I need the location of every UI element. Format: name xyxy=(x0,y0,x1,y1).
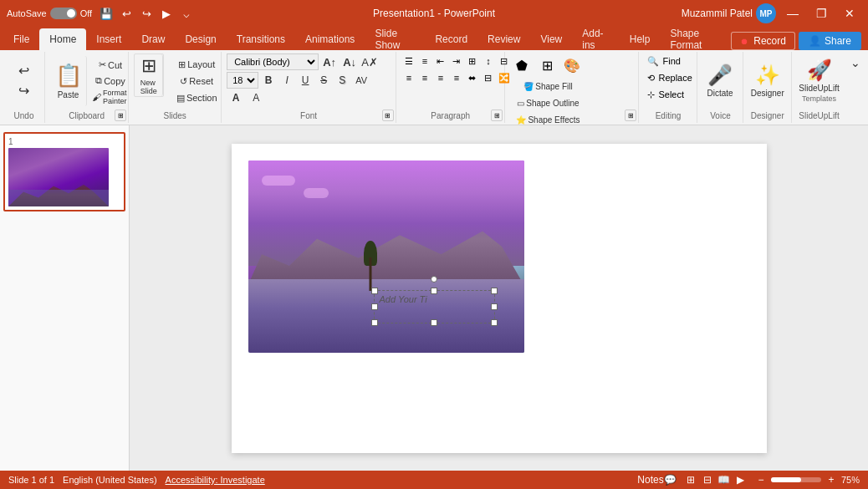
handle-mr[interactable] xyxy=(491,303,498,310)
clipboard-expand[interactable]: ⊞ xyxy=(115,110,126,121)
highlight-button[interactable]: A xyxy=(247,90,265,105)
tab-view[interactable]: View xyxy=(530,28,572,50)
user-avatar[interactable]: MP xyxy=(756,3,776,23)
reading-view-button[interactable]: 📖 xyxy=(717,473,731,486)
slideuplift-button[interactable]: 🚀 SlideUpLift Templates xyxy=(797,56,841,106)
copy-button[interactable]: ⧉ Copy xyxy=(89,74,132,89)
new-slide-button[interactable]: ⊞ NewSlide xyxy=(135,54,163,96)
select-button[interactable]: ⊹ Select xyxy=(644,87,687,102)
normal-view-button[interactable]: ⊞ xyxy=(684,473,697,486)
spacing-button[interactable]: AV xyxy=(352,73,370,88)
handle-tl[interactable] xyxy=(371,288,378,294)
present-icon[interactable]: ▶ xyxy=(157,4,176,23)
main-canvas[interactable]: Add Your Ti xyxy=(130,125,868,471)
dictate-button[interactable]: 🎤 Dictate xyxy=(702,56,737,106)
reset-button[interactable]: ↺ Reset xyxy=(167,74,226,89)
comments-icon[interactable]: 💬 xyxy=(664,473,677,486)
text-box-selected[interactable]: Add Your Ti xyxy=(374,290,495,323)
notes-button[interactable]: Notes xyxy=(644,473,657,486)
tab-addins[interactable]: Add-ins xyxy=(572,28,620,50)
shape-outline-button[interactable]: ▭ Shape Outline xyxy=(510,95,585,110)
zoom-in-button[interactable]: + xyxy=(825,473,838,486)
restore-button[interactable]: ❐ xyxy=(809,5,833,22)
replace-button[interactable]: ⟲ Replace xyxy=(644,70,695,85)
zoom-out-button[interactable]: − xyxy=(754,473,768,486)
record-button[interactable]: ⏺ Record xyxy=(731,32,795,50)
handle-bc[interactable] xyxy=(431,319,437,326)
arrange-button[interactable]: ⊞ xyxy=(535,53,559,77)
decrease-font-button[interactable]: A↓ xyxy=(340,54,359,69)
save-icon[interactable]: 💾 xyxy=(97,4,115,23)
tab-record[interactable]: Record xyxy=(425,28,477,50)
minimize-button[interactable]: — xyxy=(781,5,804,22)
designer-button[interactable]: ✨ Designer xyxy=(748,56,786,106)
paragraph-expand[interactable]: ⊞ xyxy=(491,110,503,121)
undo-button[interactable]: ↩ xyxy=(12,62,37,80)
numbering-button[interactable]: ≡ xyxy=(417,53,432,69)
more-qs-icon[interactable]: ⌵ xyxy=(177,4,196,23)
tab-animations[interactable]: Animations xyxy=(295,28,365,50)
shape-fill-button[interactable]: 🪣 Shape Fill xyxy=(510,79,585,94)
undo-qs-icon[interactable]: ↩ xyxy=(117,4,135,23)
close-button[interactable]: ✕ xyxy=(838,5,861,22)
tab-insert[interactable]: Insert xyxy=(86,28,131,50)
smart-art-button[interactable]: ⊞ xyxy=(465,53,480,69)
line-spacing-button[interactable]: ↕ xyxy=(481,53,496,69)
align-left-button[interactable]: ≡ xyxy=(401,70,416,85)
rotate-handle[interactable] xyxy=(431,276,437,283)
redo-qs-icon[interactable]: ↪ xyxy=(137,4,156,23)
strikethrough-button[interactable]: S xyxy=(315,73,332,88)
decrease-indent-button[interactable]: ⇤ xyxy=(433,53,448,69)
shadow-button[interactable]: S xyxy=(334,73,350,88)
bold-button[interactable]: B xyxy=(260,73,277,88)
tab-transitions[interactable]: Transitions xyxy=(227,28,295,50)
quick-styles-button[interactable]: 🎨 xyxy=(560,53,584,77)
increase-indent-button[interactable]: ⇥ xyxy=(449,53,464,69)
redo-button[interactable]: ↪ xyxy=(12,82,37,100)
handle-bl[interactable] xyxy=(371,319,378,326)
slide-image[interactable] xyxy=(248,160,524,353)
paste-button[interactable]: 📋 Paste xyxy=(50,56,87,106)
font-family-select[interactable]: Calibri (Body) xyxy=(227,53,319,70)
text-direction-button[interactable]: ⬌ xyxy=(465,70,480,85)
font-color-button[interactable]: A xyxy=(227,90,245,105)
justify-button[interactable]: ≡ xyxy=(449,70,464,85)
font-expand[interactable]: ⊞ xyxy=(382,110,394,121)
section-button[interactable]: ▤ Section xyxy=(167,90,226,105)
font-size-select[interactable]: 18 xyxy=(227,72,258,89)
clear-format-button[interactable]: A✗ xyxy=(360,54,379,69)
collapse-ribbon-button[interactable]: ⌄ xyxy=(846,55,865,70)
tab-home[interactable]: Home xyxy=(39,28,86,50)
slide-thumbnail-1[interactable]: 1 xyxy=(3,132,125,211)
tab-draw[interactable]: Draw xyxy=(131,28,175,50)
zoom-level[interactable]: 75% xyxy=(841,475,860,485)
align-right-button[interactable]: ≡ xyxy=(433,70,448,85)
autosave-toggle[interactable] xyxy=(50,8,77,19)
format-painter-button[interactable]: 🖌 Format Painter xyxy=(89,89,132,104)
slide-sorter-button[interactable]: ⊟ xyxy=(701,473,714,486)
tab-help[interactable]: Help xyxy=(620,28,661,50)
tab-slideshow[interactable]: Slide Show xyxy=(365,28,425,50)
increase-font-button[interactable]: A↑ xyxy=(320,54,339,69)
handle-tr[interactable] xyxy=(491,288,498,294)
find-button[interactable]: 🔍 Find xyxy=(644,53,683,69)
tab-shapeformat[interactable]: Shape Format xyxy=(660,28,731,50)
tab-file[interactable]: File xyxy=(3,28,39,50)
handle-ml[interactable] xyxy=(371,303,378,310)
underline-button[interactable]: U xyxy=(297,73,314,88)
cut-button[interactable]: ✂ Cut xyxy=(89,58,132,73)
tab-review[interactable]: Review xyxy=(477,28,530,50)
zoom-slider[interactable] xyxy=(771,477,821,482)
accessibility-status[interactable]: Accessibility: Investigate xyxy=(166,475,265,485)
align-text-button[interactable]: ⊟ xyxy=(481,70,496,85)
layout-button[interactable]: ⊞ Layout xyxy=(167,57,226,72)
drawing-expand[interactable]: ⊞ xyxy=(625,110,636,121)
share-button[interactable]: 👤 Share xyxy=(799,32,861,50)
handle-br[interactable] xyxy=(491,319,498,326)
tab-design[interactable]: Design xyxy=(175,28,226,50)
handle-tc[interactable] xyxy=(431,288,437,294)
slideshow-button[interactable]: ▶ xyxy=(734,473,748,486)
bullets-button[interactable]: ☰ xyxy=(401,53,416,69)
shapes-button[interactable]: ⬟ xyxy=(510,53,534,77)
align-center-button[interactable]: ≡ xyxy=(417,70,432,85)
